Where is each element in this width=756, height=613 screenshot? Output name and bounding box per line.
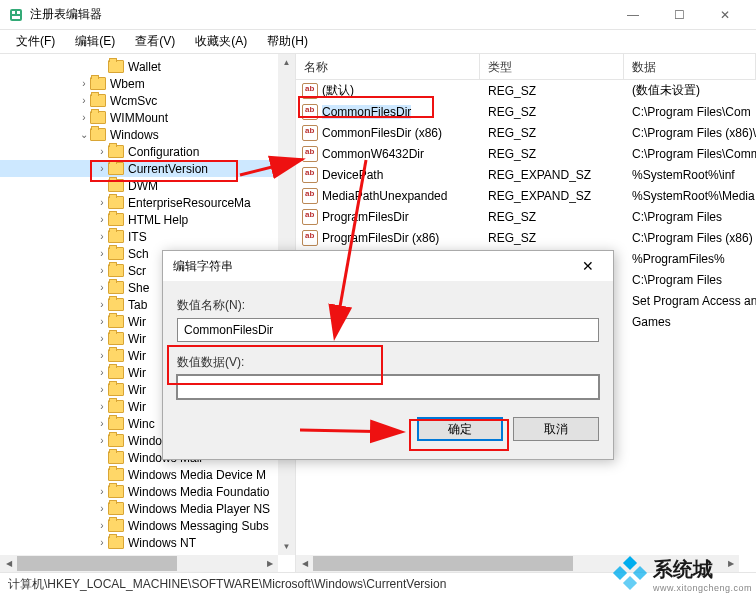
list-row[interactable]: abCommonFilesDirREG_SZC:\Program Files\C…	[296, 101, 756, 122]
folder-icon	[108, 468, 124, 481]
watermark-url: www.xitongcheng.com	[653, 583, 752, 593]
tree-node[interactable]: ›Windows Media Foundatio	[0, 483, 295, 500]
col-type[interactable]: 类型	[480, 54, 624, 79]
menu-favorites[interactable]: 收藏夹(A)	[185, 30, 257, 53]
folder-icon	[108, 485, 124, 498]
menubar: 文件(F) 编辑(E) 查看(V) 收藏夹(A) 帮助(H)	[0, 30, 756, 54]
tree-label: Windo	[128, 434, 162, 448]
folder-icon	[108, 400, 124, 413]
folder-icon	[108, 60, 124, 73]
menu-edit[interactable]: 编辑(E)	[65, 30, 125, 53]
twisty-icon[interactable]: ›	[96, 316, 108, 327]
folder-icon	[108, 383, 124, 396]
folder-icon	[108, 434, 124, 447]
reg-string-icon: ab	[302, 83, 318, 99]
value-data: C:\Program Files (x86)\C	[624, 126, 756, 140]
twisty-icon[interactable]: ›	[96, 333, 108, 344]
twisty-icon[interactable]: ›	[96, 231, 108, 242]
col-data[interactable]: 数据	[624, 54, 756, 79]
menu-help[interactable]: 帮助(H)	[257, 30, 318, 53]
tree-label: DWM	[128, 179, 158, 193]
twisty-icon[interactable]: ⌄	[78, 129, 90, 140]
tree-node[interactable]: DWM	[0, 177, 295, 194]
tree-label: Windows Media Device M	[128, 468, 266, 482]
menu-file[interactable]: 文件(F)	[6, 30, 65, 53]
maximize-button[interactable]: ☐	[656, 0, 702, 30]
svg-rect-0	[10, 9, 22, 21]
twisty-icon[interactable]: ›	[96, 537, 108, 548]
col-name[interactable]: 名称	[296, 54, 480, 79]
twisty-icon[interactable]: ›	[78, 78, 90, 89]
twisty-icon[interactable]: ›	[96, 265, 108, 276]
tree-node[interactable]: ›Wbem	[0, 75, 295, 92]
tree-node[interactable]: ›EnterpriseResourceMa	[0, 194, 295, 211]
value-name: CommonFilesDir	[322, 105, 411, 119]
menu-view[interactable]: 查看(V)	[125, 30, 185, 53]
tree-node[interactable]: ›Windows NT	[0, 534, 295, 551]
name-field[interactable]	[177, 318, 599, 342]
data-field[interactable]	[177, 375, 599, 399]
tree-node[interactable]: Wallet	[0, 58, 295, 75]
tree-node[interactable]: ›WIMMount	[0, 109, 295, 126]
tree-node[interactable]: ›Windows Media Player NS	[0, 500, 295, 517]
tree-label: Wir	[128, 315, 146, 329]
window-title: 注册表编辑器	[30, 6, 610, 23]
list-row[interactable]: abProgramFilesDir (x86)REG_SZC:\Program …	[296, 227, 756, 248]
twisty-icon[interactable]: ›	[96, 214, 108, 225]
twisty-icon[interactable]: ›	[96, 435, 108, 446]
twisty-icon[interactable]: ›	[96, 146, 108, 157]
tree-node[interactable]: ⌄Windows	[0, 126, 295, 143]
value-data: C:\Program Files\Comm	[624, 147, 756, 161]
folder-icon	[108, 196, 124, 209]
value-type: REG_EXPAND_SZ	[480, 189, 624, 203]
twisty-icon[interactable]: ›	[96, 401, 108, 412]
folder-icon	[108, 332, 124, 345]
value-data: %SystemRoot%\inf	[624, 168, 756, 182]
tree-node[interactable]: ›WcmSvc	[0, 92, 295, 109]
twisty-icon[interactable]: ›	[96, 503, 108, 514]
list-row[interactable]: abProgramFilesDirREG_SZC:\Program Files	[296, 206, 756, 227]
cancel-button[interactable]: 取消	[513, 417, 599, 441]
twisty-icon[interactable]: ›	[96, 282, 108, 293]
tree-label: Wir	[128, 383, 146, 397]
twisty-icon[interactable]: ›	[96, 163, 108, 174]
twisty-icon[interactable]: ›	[96, 367, 108, 378]
list-row[interactable]: abCommonW6432DirREG_SZC:\Program Files\C…	[296, 143, 756, 164]
tree-label: Scr	[128, 264, 146, 278]
twisty-icon[interactable]: ›	[96, 248, 108, 259]
list-row[interactable]: abMediaPathUnexpandedREG_EXPAND_SZ%Syste…	[296, 185, 756, 206]
twisty-icon[interactable]: ›	[96, 384, 108, 395]
twisty-icon[interactable]: ›	[96, 299, 108, 310]
tree-label: WIMMount	[110, 111, 168, 125]
tree-node[interactable]: ›Configuration	[0, 143, 295, 160]
close-button[interactable]: ✕	[702, 0, 748, 30]
twisty-icon[interactable]: ›	[96, 520, 108, 531]
folder-icon	[90, 94, 106, 107]
tree-node[interactable]: ›CurrentVersion	[0, 160, 295, 177]
name-label: 数值名称(N):	[177, 297, 599, 314]
folder-icon	[108, 519, 124, 532]
list-row[interactable]: abDevicePathREG_EXPAND_SZ%SystemRoot%\in…	[296, 164, 756, 185]
value-data: C:\Program Files (x86)	[624, 231, 756, 245]
folder-icon	[108, 230, 124, 243]
tree-node[interactable]: ›Windows Messaging Subs	[0, 517, 295, 534]
twisty-icon[interactable]: ›	[78, 95, 90, 106]
twisty-icon[interactable]: ›	[96, 197, 108, 208]
tree-node[interactable]: ›HTML Help	[0, 211, 295, 228]
twisty-icon[interactable]: ›	[96, 418, 108, 429]
folder-icon	[108, 298, 124, 311]
twisty-icon[interactable]: ›	[96, 486, 108, 497]
twisty-icon[interactable]: ›	[78, 112, 90, 123]
tree-scrollbar-h[interactable]: ◀ ▶	[0, 555, 278, 572]
list-row[interactable]: ab(默认)REG_SZ(数值未设置)	[296, 80, 756, 101]
dialog-close-button[interactable]: ✕	[573, 258, 603, 274]
data-label: 数值数据(V):	[177, 354, 599, 371]
ok-button[interactable]: 确定	[417, 417, 503, 441]
reg-string-icon: ab	[302, 209, 318, 225]
tree-node[interactable]: Windows Media Device M	[0, 466, 295, 483]
svg-rect-1	[12, 11, 15, 14]
twisty-icon[interactable]: ›	[96, 350, 108, 361]
tree-node[interactable]: ›ITS	[0, 228, 295, 245]
minimize-button[interactable]: —	[610, 0, 656, 30]
list-row[interactable]: abCommonFilesDir (x86)REG_SZC:\Program F…	[296, 122, 756, 143]
